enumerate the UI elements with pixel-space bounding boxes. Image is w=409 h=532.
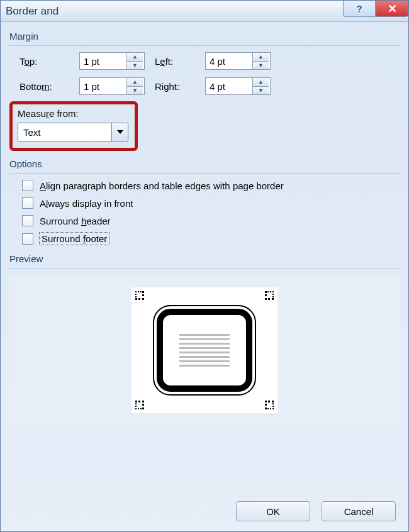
measure-from-dropdown[interactable]: Text <box>18 123 128 141</box>
spinner-up-icon[interactable]: ▲ <box>253 78 269 87</box>
margin-right-spinner[interactable]: ▲ ▼ <box>205 77 271 95</box>
margin-grid: Top: ▲ ▼ Left: ▲ ▼ Bottom: <box>9 52 400 95</box>
dialog-content: Margin Top: ▲ ▼ Left: ▲ ▼ <box>1 22 408 441</box>
spinner-buttons: ▲ ▼ <box>126 78 143 94</box>
spinner-buttons: ▲ ▼ <box>126 53 143 69</box>
margin-left-input[interactable] <box>206 53 252 69</box>
preview-area <box>9 275 400 426</box>
dialog-window: Border and ? ✕ Margin Top: ▲ ▼ Left: <box>0 0 409 532</box>
margin-group: Margin Top: ▲ ▼ Left: ▲ ▼ <box>9 28 400 95</box>
margin-top-input[interactable] <box>80 53 126 69</box>
measure-from-label: Measure from: <box>18 108 130 119</box>
spinner-buttons: ▲ ▼ <box>252 78 269 94</box>
crop-mark-icon <box>135 401 144 409</box>
close-button[interactable]: ✕ <box>376 1 408 17</box>
measure-from-highlight: Measure from: Text <box>9 101 138 151</box>
titlebar: Border and ? ✕ <box>1 1 408 22</box>
preview-canvas <box>132 287 277 413</box>
margin-right-input[interactable] <box>206 78 252 94</box>
margin-left-spinner[interactable]: ▲ ▼ <box>205 52 271 70</box>
checkbox-icon[interactable] <box>22 180 33 191</box>
spinner-up-icon[interactable]: ▲ <box>127 53 143 62</box>
option-label: Surround header <box>40 216 111 226</box>
margin-right-label: Right: <box>155 81 199 92</box>
margin-bottom-input[interactable] <box>80 78 126 94</box>
options-group-title: Options <box>9 156 400 174</box>
cancel-button[interactable]: Cancel <box>322 501 396 521</box>
dialog-buttons: OK Cancel <box>236 501 396 521</box>
checkbox-icon[interactable] <box>22 197 33 209</box>
crop-mark-icon <box>135 291 144 300</box>
measure-from-value: Text <box>18 127 111 138</box>
spinner-down-icon[interactable]: ▼ <box>253 62 269 70</box>
help-button[interactable]: ? <box>343 1 376 17</box>
preview-group-title: Preview <box>9 251 400 269</box>
spinner-buttons: ▲ ▼ <box>252 53 269 69</box>
margin-top-label: Top: <box>20 56 73 67</box>
spinner-down-icon[interactable]: ▼ <box>127 87 143 95</box>
option-label: Surround footer <box>40 233 109 245</box>
spinner-down-icon[interactable]: ▼ <box>253 87 269 95</box>
margin-group-title: Margin <box>9 28 400 46</box>
options-list: Align paragraph borders and table edges … <box>9 180 400 245</box>
spinner-up-icon[interactable]: ▲ <box>127 78 143 87</box>
crop-mark-icon <box>265 291 274 300</box>
chevron-down-icon[interactable] <box>111 123 128 141</box>
title-controls: ? ✕ <box>343 1 408 17</box>
page-border-preview <box>157 309 252 392</box>
dialog-title: Border and <box>6 5 59 18</box>
checkbox-icon[interactable] <box>22 233 33 245</box>
margin-bottom-spinner[interactable]: ▲ ▼ <box>79 77 145 95</box>
margin-top-spinner[interactable]: ▲ ▼ <box>79 52 145 70</box>
crop-mark-icon <box>265 401 274 409</box>
options-group: Options Align paragraph borders and tabl… <box>9 156 400 245</box>
ok-button[interactable]: OK <box>236 501 310 521</box>
option-label: Align paragraph borders and table edges … <box>40 180 284 191</box>
option-label: Always display in front <box>40 198 133 209</box>
option-always-front[interactable]: Always display in front <box>22 197 400 209</box>
text-lines-icon <box>179 334 230 367</box>
checkbox-icon[interactable] <box>22 215 33 226</box>
option-surround-footer[interactable]: Surround footer <box>22 233 400 245</box>
option-align-borders[interactable]: Align paragraph borders and table edges … <box>22 180 400 191</box>
spinner-up-icon[interactable]: ▲ <box>253 53 269 62</box>
spinner-down-icon[interactable]: ▼ <box>127 62 143 70</box>
margin-bottom-label: Bottom: <box>20 81 73 92</box>
option-surround-header[interactable]: Surround header <box>22 215 400 226</box>
margin-left-label: Left: <box>155 56 199 67</box>
preview-group: Preview <box>9 251 400 426</box>
